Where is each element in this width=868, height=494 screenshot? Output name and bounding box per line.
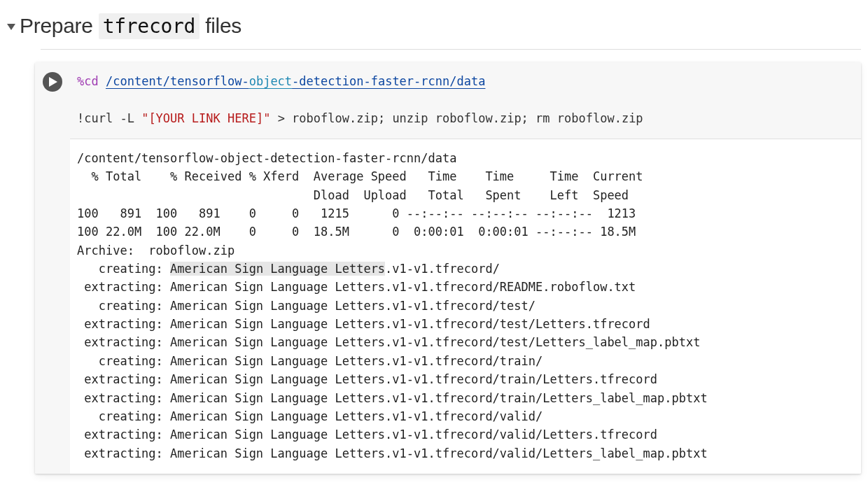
output-line: Archive: roboflow.zip <box>77 244 234 257</box>
collapse-triangle-icon[interactable] <box>7 24 15 30</box>
notebook-cell: %cd /content/tensorflow-object-detection… <box>35 62 861 474</box>
output-line: creating: American Sign Language Letters… <box>77 354 542 368</box>
output-line: extracting: American Sign Language Lette… <box>77 280 636 294</box>
output-line: 100 891 100 891 0 0 1215 0 --:--:-- --:-… <box>77 206 636 220</box>
code-path-pre: /content/tensorflow- <box>106 74 249 88</box>
cell-output: /content/tensorflow-object-detection-fas… <box>70 139 861 474</box>
output-line: creating: American Sign Language Letters… <box>77 299 536 313</box>
play-icon <box>49 77 57 87</box>
code-curl-bang: !curl -L <box>77 111 141 125</box>
cell-gutter <box>35 62 70 474</box>
output-line-pre: creating: <box>77 262 170 276</box>
cell-body: %cd /content/tensorflow-object-detection… <box>70 62 861 474</box>
section-header: Prepare tfrecord files <box>7 14 861 38</box>
svg-marker-0 <box>49 77 57 87</box>
section-title: Prepare tfrecord files <box>20 14 241 38</box>
output-line-post: .v1-v1.tfrecord/ <box>385 262 500 276</box>
code-magic: %cd <box>77 74 99 88</box>
output-line: extracting: American Sign Language Lette… <box>77 428 657 442</box>
code-string-body: [YOUR LINK HERE] <box>148 111 263 125</box>
output-line: Dload Upload Total Spent Left Speed <box>77 188 629 202</box>
title-pre: Prepare <box>20 14 99 37</box>
title-inline-code: tfrecord <box>99 13 200 39</box>
code-string-quote-close: " <box>263 111 270 125</box>
output-line-highlight: American Sign Language Letters <box>170 262 385 276</box>
output-line: extracting: American Sign Language Lette… <box>77 446 708 460</box>
output-line: extracting: American Sign Language Lette… <box>77 391 708 405</box>
run-cell-button[interactable] <box>43 72 62 92</box>
output-line: extracting: American Sign Language Lette… <box>77 335 700 349</box>
code-path-post: -detection-faster-rcnn/data <box>292 74 485 88</box>
section-divider <box>41 49 861 50</box>
title-post: files <box>200 14 241 37</box>
output-line: extracting: American Sign Language Lette… <box>77 372 657 386</box>
code-curl-rest: > roboflow.zip; unzip roboflow.zip; rm r… <box>270 111 643 125</box>
output-line: 100 22.0M 100 22.0M 0 0 18.5M 0 0:00:01 … <box>77 225 636 239</box>
output-line: % Total % Received % Xferd Average Speed… <box>77 169 643 183</box>
output-line: creating: American Sign Language Letters… <box>77 409 542 423</box>
code-path-object: object <box>249 74 292 88</box>
output-line: /content/tensorflow-object-detection-fas… <box>77 151 456 165</box>
code-input[interactable]: %cd /content/tensorflow-object-detection… <box>70 62 861 139</box>
output-line: extracting: American Sign Language Lette… <box>77 317 650 331</box>
code-string-quote-open: " <box>141 111 148 125</box>
